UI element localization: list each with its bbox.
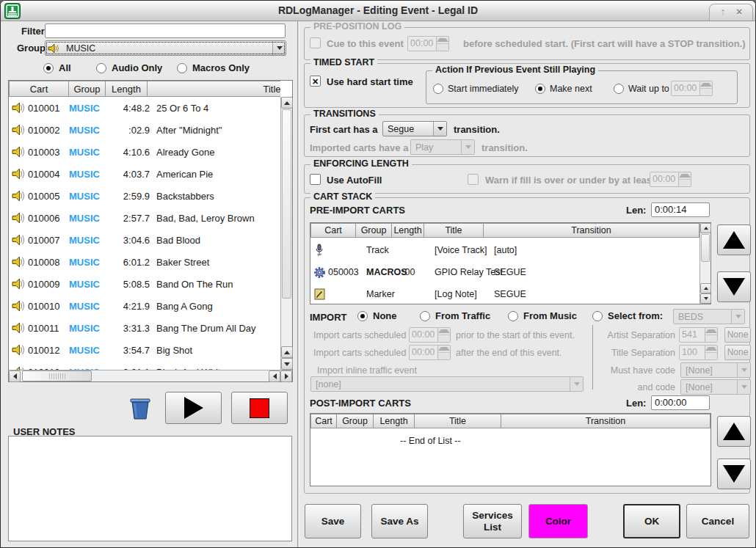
import-traffic-option[interactable]: From Traffic — [420, 310, 490, 321]
wait-time-spinner[interactable]: 00:00 — [671, 81, 713, 96]
sched-prior-spinner[interactable]: 00:00 — [409, 327, 451, 343]
cart-row[interactable]: 010007 MUSIC 3:04.6 Bad Blood — [9, 229, 280, 251]
column-header-length[interactable]: Length — [392, 223, 424, 238]
save-as-button[interactable]: Save As — [371, 504, 428, 538]
title-separation-spinner[interactable]: 100 — [679, 345, 718, 360]
sched-after-spinner[interactable]: 00:00 — [409, 345, 451, 360]
titlebar[interactable]: RDLogManager - Editing Event - Legal ID … — [1, 1, 755, 21]
make-next-option[interactable]: Make next — [535, 84, 592, 94]
filter-input[interactable] — [45, 23, 286, 38]
cart-row[interactable]: 010001 MUSIC 4:48.2 25 Or 6 To 4 — [9, 97, 280, 119]
spin-up-icon[interactable] — [438, 346, 450, 352]
pre-import-move-up-button[interactable] — [717, 224, 751, 255]
scroll-down-icon[interactable] — [700, 293, 711, 304]
radio-import-traffic[interactable] — [420, 311, 430, 321]
close-button[interactable]: × — [733, 7, 745, 17]
warn-fill-spinner[interactable]: 00:00 — [650, 172, 691, 187]
title-separation-none-button[interactable]: None — [724, 345, 751, 360]
filter-all-option[interactable]: All — [43, 62, 71, 73]
scroll-up-icon[interactable] — [281, 97, 293, 109]
clear-button[interactable] — [126, 392, 155, 423]
services-list-button[interactable]: Services List — [463, 504, 522, 538]
and-code-dropdown[interactable]: [None] — [680, 379, 751, 395]
cart-row[interactable]: 010002 MUSIC :02.9 After "Midnight" — [9, 119, 280, 141]
spin-up-icon[interactable] — [700, 81, 712, 88]
cue-time-spinner[interactable]: 00:00 — [407, 36, 449, 51]
scroll-right-icon[interactable] — [280, 370, 292, 382]
cart-row[interactable]: 010003 MUSIC 4:10.6 Already Gone — [9, 141, 280, 163]
vscroll-thumb[interactable] — [701, 234, 710, 262]
warn-fill-checkbox[interactable] — [468, 174, 479, 185]
maximize-button[interactable]: ↑ — [717, 7, 729, 17]
play-button[interactable] — [165, 392, 222, 424]
pre-import-row[interactable]: Marker [Log Note] SEGUE — [310, 283, 699, 305]
column-header-title[interactable]: Title — [415, 414, 501, 428]
cart-row[interactable]: 010008 MUSIC 6:01.2 Baker Street — [9, 251, 280, 273]
use-autofill-checkbox[interactable] — [310, 174, 321, 185]
radio-select-from[interactable] — [592, 311, 603, 321]
filter-audio-option[interactable]: Audio Only — [96, 62, 162, 73]
cart-row[interactable]: 010006 MUSIC 2:57.7 Bad, Bad, Leroy Brow… — [9, 207, 280, 229]
column-header-title[interactable]: Title — [148, 81, 280, 97]
ok-button[interactable]: OK — [623, 504, 680, 538]
column-header-title[interactable]: Title — [424, 223, 484, 238]
spin-up-icon[interactable] — [705, 346, 717, 352]
radio-start-immediately[interactable] — [433, 84, 443, 94]
column-header-length[interactable]: Length — [374, 414, 415, 428]
artist-separation-spinner[interactable]: 541 — [679, 327, 718, 343]
post-import-move-down-button[interactable] — [717, 459, 751, 489]
spin-down-icon[interactable] — [438, 335, 450, 342]
import-none-option[interactable]: None — [357, 310, 397, 321]
pre-import-len-field[interactable]: 0:00:14 — [651, 202, 710, 217]
post-import-move-up-button[interactable] — [717, 416, 751, 447]
imported-transition-select[interactable]: Play — [410, 139, 475, 155]
scroll-up-icon[interactable] — [700, 283, 711, 293]
cart-list-hscrollbar[interactable] — [9, 370, 292, 381]
radio-wait-up-to[interactable] — [614, 84, 624, 94]
column-header-transition[interactable]: Transition — [501, 414, 710, 428]
pre-import-row[interactable]: 050003 MACROS :00 GPIO Relay Test SEGUE — [310, 261, 699, 283]
radio-import-none[interactable] — [357, 311, 368, 321]
pre-import-vscrollbar[interactable] — [699, 223, 710, 304]
spin-down-icon[interactable] — [700, 88, 712, 95]
pre-import-move-down-button[interactable] — [717, 271, 751, 302]
spin-down-icon[interactable] — [705, 335, 717, 342]
cart-row[interactable]: 010005 MUSIC 2:59.9 Backstabbers — [9, 185, 280, 207]
scroll-left-icon[interactable] — [269, 370, 280, 382]
pre-import-row[interactable]: Track [Voice Track] [auto] — [310, 239, 699, 261]
radio-import-music[interactable] — [508, 311, 518, 321]
wait-up-to-option[interactable]: Wait up to — [614, 84, 669, 94]
start-immediately-option[interactable]: Start immediately — [433, 84, 519, 94]
cart-row[interactable]: 010010 MUSIC 4:21.9 Bang A Gong — [9, 295, 280, 317]
import-music-option[interactable]: From Music — [508, 310, 577, 321]
spin-up-icon[interactable] — [438, 328, 450, 335]
post-import-len-field[interactable]: 0:00:00 — [651, 395, 710, 410]
column-header-transition[interactable]: Transition — [484, 223, 699, 238]
spin-down-icon[interactable] — [705, 352, 717, 359]
spin-down-icon[interactable] — [438, 352, 450, 359]
column-header-cart[interactable]: Cart — [310, 414, 337, 428]
scroll-down-icon[interactable] — [281, 358, 293, 370]
cue-to-event-checkbox[interactable] — [310, 37, 321, 48]
spin-up-icon[interactable] — [679, 172, 691, 179]
user-notes-input[interactable] — [8, 436, 292, 541]
column-header-length[interactable]: Length — [106, 81, 148, 97]
column-header-cart[interactable]: Cart — [310, 223, 356, 238]
cart-row[interactable]: 010009 MUSIC 5:08.5 Band On The Run — [9, 273, 280, 295]
vscroll-thumb[interactable] — [282, 109, 291, 299]
spin-down-icon[interactable] — [679, 179, 691, 186]
column-header-group[interactable]: Group — [337, 414, 374, 428]
hscroll-thumb[interactable] — [22, 370, 92, 381]
must-have-code-dropdown[interactable]: [None] — [680, 362, 751, 378]
hard-start-checkbox[interactable]: × — [310, 76, 321, 87]
cart-row[interactable]: 010012 MUSIC 3:54.7 Big Shot — [9, 339, 280, 361]
column-header-group[interactable]: Group — [69, 81, 106, 97]
scroll-up-icon[interactable] — [281, 346, 293, 358]
color-button[interactable]: Color — [528, 504, 588, 538]
radio-macros-only[interactable] — [177, 63, 187, 73]
cart-row[interactable]: 010011 MUSIC 3:31.3 Bang The Drum All Da… — [9, 317, 280, 339]
spin-down-icon[interactable] — [437, 43, 448, 51]
stop-button[interactable] — [231, 392, 288, 424]
radio-audio-only[interactable] — [96, 63, 106, 73]
cart-row[interactable]: 010004 MUSIC 4:03.7 American Pie — [9, 163, 280, 185]
